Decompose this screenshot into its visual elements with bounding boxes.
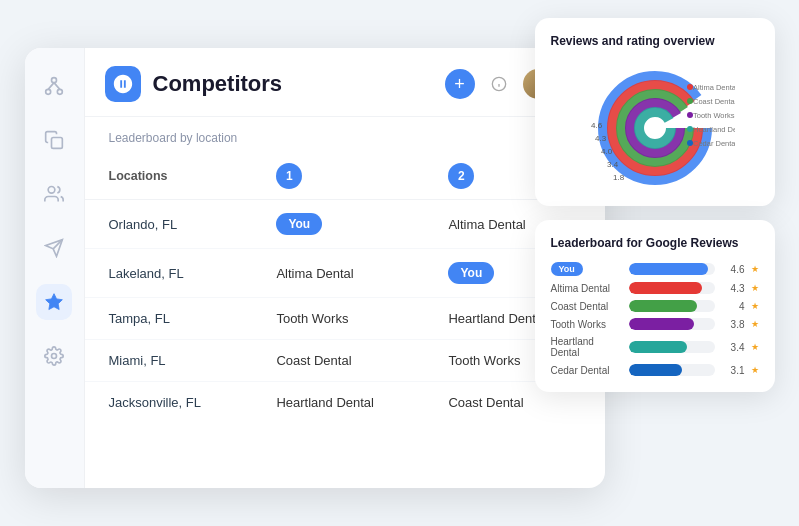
review-bar xyxy=(629,282,703,294)
svg-text:1.8: 1.8 xyxy=(613,173,625,182)
review-score: 3.4 xyxy=(721,342,745,353)
review-bar-wrap xyxy=(629,263,715,275)
leaderboard-subtitle: Leaderboard by location xyxy=(85,117,605,153)
reviews-overview-card: Reviews and rating overview 4.6 4.3 xyxy=(535,18,775,206)
table-row: Tampa, FLTooth WorksHeartland Dental xyxy=(85,298,605,340)
svg-marker-9 xyxy=(46,294,63,310)
svg-text:4.0: 4.0 xyxy=(601,147,613,156)
star-icon: ★ xyxy=(751,365,759,375)
svg-point-10 xyxy=(52,354,57,359)
location-cell: Tampa, FL xyxy=(85,298,261,340)
table-row: Orlando, FLYouAltima Dental xyxy=(85,200,605,249)
you-badge: You xyxy=(276,213,322,235)
review-bar-wrap xyxy=(629,300,715,312)
location-cell: Miami, FL xyxy=(85,340,261,382)
sidebar-icon-gear[interactable] xyxy=(36,338,72,374)
svg-text:4.3: 4.3 xyxy=(595,134,607,143)
sidebar xyxy=(25,48,85,488)
star-icon: ★ xyxy=(751,301,759,311)
review-name: Heartland Dental xyxy=(551,336,623,358)
svg-text:3.4: 3.4 xyxy=(607,160,619,169)
review-item: Altima Dental4.3★ xyxy=(551,282,759,294)
svg-point-1 xyxy=(46,89,51,94)
sidebar-icon-team[interactable] xyxy=(36,176,72,212)
google-leaderboard-card: Leaderboard for Google Reviews You4.6★Al… xyxy=(535,220,775,392)
review-score: 4.6 xyxy=(721,264,745,275)
review-score: 3.1 xyxy=(721,365,745,376)
svg-point-0 xyxy=(52,78,57,83)
review-score: 4.3 xyxy=(721,283,745,294)
review-item: Cedar Dental3.1★ xyxy=(551,364,759,376)
star-icon: ★ xyxy=(751,264,759,274)
review-bar-wrap xyxy=(629,318,715,330)
review-name: Altima Dental xyxy=(551,283,623,294)
review-bar-wrap xyxy=(629,364,715,376)
svg-point-30 xyxy=(687,98,693,104)
col-rank1: 1 xyxy=(260,153,432,200)
main-card: Competitors + Leaderboard by location xyxy=(25,48,605,488)
add-button[interactable]: + xyxy=(445,69,475,99)
reviews-title: Reviews and rating overview xyxy=(551,34,759,48)
svg-point-6 xyxy=(48,187,55,194)
svg-rect-5 xyxy=(52,138,63,149)
col-locations: Locations xyxy=(85,153,261,200)
logo-icon xyxy=(105,66,141,102)
header: Competitors + xyxy=(85,48,605,117)
svg-text:4.6: 4.6 xyxy=(591,121,603,130)
review-score: 4 xyxy=(721,301,745,312)
svg-line-3 xyxy=(48,83,54,90)
review-item: You4.6★ xyxy=(551,262,759,276)
review-bar xyxy=(629,364,682,376)
svg-point-31 xyxy=(687,112,693,118)
table-row: Lakeland, FLAltima DentalYou xyxy=(85,249,605,298)
review-item: Tooth Works3.8★ xyxy=(551,318,759,330)
location-cell: Lakeland, FL xyxy=(85,249,261,298)
reviews-list: You4.6★Altima Dental4.3★Coast Dental4★To… xyxy=(551,262,759,376)
svg-point-32 xyxy=(687,126,693,132)
google-leaderboard-title: Leaderboard for Google Reviews xyxy=(551,236,759,250)
right-panel: Reviews and rating overview 4.6 4.3 xyxy=(535,18,775,392)
donut-chart: 4.6 4.3 4.0 3.4 1.8 Altima Dental Coast … xyxy=(551,60,759,190)
leaderboard-table: Locations 1 2 Orlando, FLYouAltima Denta… xyxy=(85,153,605,423)
star-icon: ★ xyxy=(751,319,759,329)
review-name: Cedar Dental xyxy=(551,365,623,376)
table-row: Jacksonville, FLHeartland DentalCoast De… xyxy=(85,382,605,424)
review-score: 3.8 xyxy=(721,319,745,330)
sidebar-icon-network[interactable] xyxy=(36,68,72,104)
review-bar xyxy=(629,300,698,312)
sidebar-icon-copy[interactable] xyxy=(36,122,72,158)
location-cell: Orlando, FL xyxy=(85,200,261,249)
svg-point-29 xyxy=(687,84,693,90)
star-icon: ★ xyxy=(751,283,759,293)
rank1-cell: Heartland Dental xyxy=(260,382,432,424)
review-name: You xyxy=(551,262,623,276)
rank1-cell: Altima Dental xyxy=(260,249,432,298)
sidebar-icon-send[interactable] xyxy=(36,230,72,266)
review-item: Heartland Dental3.4★ xyxy=(551,336,759,358)
page-title: Competitors xyxy=(153,71,433,97)
review-name: Tooth Works xyxy=(551,319,623,330)
svg-point-2 xyxy=(57,89,62,94)
svg-text:Heartland Dental: Heartland Dental xyxy=(693,125,735,134)
rank1-cell: Coast Dental xyxy=(260,340,432,382)
table-row: Miami, FLCoast DentalTooth Works xyxy=(85,340,605,382)
rank1-badge: 1 xyxy=(276,163,302,189)
review-bar-wrap xyxy=(629,341,715,353)
info-button[interactable] xyxy=(485,70,513,98)
svg-text:Altima Dental: Altima Dental xyxy=(693,83,735,92)
review-bar xyxy=(629,341,687,353)
rank2-badge: 2 xyxy=(448,163,474,189)
svg-text:Tooth Works: Tooth Works xyxy=(693,111,735,120)
svg-point-33 xyxy=(687,140,693,146)
svg-text:Cedar Dental: Cedar Dental xyxy=(693,139,735,148)
review-item: Coast Dental4★ xyxy=(551,300,759,312)
rank1-cell: Tooth Works xyxy=(260,298,432,340)
review-bar-wrap xyxy=(629,282,715,294)
star-icon: ★ xyxy=(751,342,759,352)
sidebar-icon-star[interactable] xyxy=(36,284,72,320)
svg-line-4 xyxy=(54,83,60,90)
svg-point-18 xyxy=(639,112,671,144)
main-content: Competitors + Leaderboard by location xyxy=(85,48,605,488)
review-name: Coast Dental xyxy=(551,301,623,312)
review-bar xyxy=(629,318,694,330)
